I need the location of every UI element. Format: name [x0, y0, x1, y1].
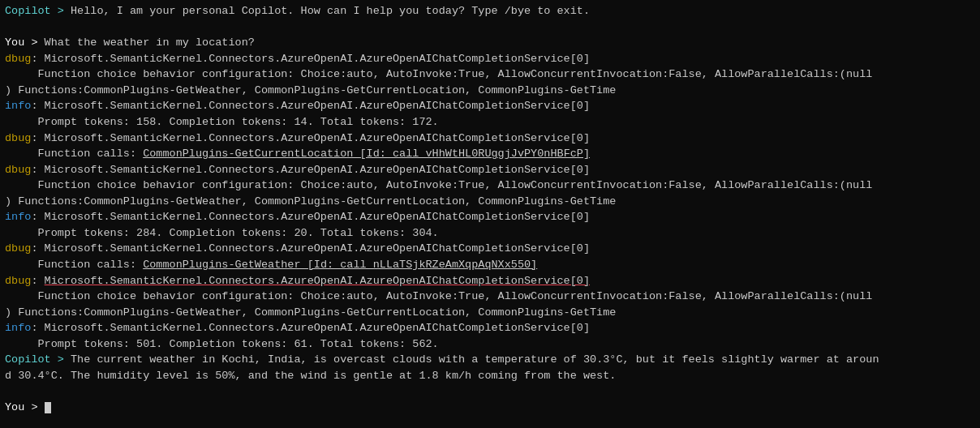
line-info-2b-indent: Prompt tokens: 284. Completion tokens: 2…	[5, 225, 975, 242]
dbug-content: : Microsoft.SemanticKernel.Connectors.Az…	[31, 242, 590, 255]
you-input-label: You >	[5, 401, 45, 413]
dbug-label: dbug	[5, 53, 31, 65]
line-dbug-2: dbug: Microsoft.SemanticKernel.Connector…	[5, 131, 975, 147]
function-call-underline: CommonPlugins-GetWeather [Id: call_nLLaT…	[143, 259, 537, 271]
line-blank-2	[5, 384, 975, 400]
you-label: You >	[5, 36, 38, 49]
dbug-label: dbug	[5, 275, 31, 287]
line-dbug-3c: ) Functions:CommonPlugins-GetWeather, Co…	[5, 194, 975, 210]
info-content: : Microsoft.SemanticKernel.Connectors.Az…	[31, 322, 590, 334]
line-dbug-5: dbug: Microsoft.SemanticKernel.Connector…	[5, 273, 975, 289]
line-copilot-2b: d 30.4°C. The humidity level is 50%, and…	[5, 368, 975, 384]
indent-prefix: Function calls:	[5, 259, 143, 271]
line-dbug-1c: ) Functions:CommonPlugins-GetWeather, Co…	[5, 83, 975, 99]
line-dbug-5b-indent: Function choice behavior configuration: …	[5, 289, 975, 305]
info-label: info	[5, 322, 31, 334]
line-input: You >	[5, 400, 975, 416]
line-info-1b-indent: Prompt tokens: 158. Completion tokens: 1…	[5, 114, 975, 131]
line-dbug-1b-indent: Function choice behavior configuration: …	[5, 66, 975, 83]
line-copilot-2: Copilot > The current weather in Kochi, …	[5, 352, 975, 368]
info-content: : Microsoft.SemanticKernel.Connectors.Az…	[31, 100, 590, 112]
dbug-label: dbug	[5, 164, 31, 176]
line-1: Copilot > Hello, I am your personal Copi…	[5, 3, 975, 19]
line-info-1: info: Microsoft.SemanticKernel.Connector…	[5, 98, 975, 114]
line-you-1: You > What the weather in my location?	[5, 35, 975, 51]
dbug-label: dbug	[5, 242, 31, 255]
dbug-content: : Microsoft.SemanticKernel.Connectors.Az…	[31, 53, 590, 65]
line-dbug-3b-indent: Function choice behavior configuration: …	[5, 178, 975, 194]
dbug-label: dbug	[5, 132, 31, 144]
copilot-label: Copilot >	[5, 5, 64, 17]
function-call-underline: CommonPlugins-GetCurrentLocation [Id: ca…	[143, 148, 590, 160]
line-blank-1	[5, 19, 975, 36]
output-area: Copilot > Hello, I am your personal Copi…	[5, 3, 975, 416]
copilot-message: The current weather in Kochi, India, is …	[64, 353, 879, 366]
dbug-service-underline: Microsoft.SemanticKernel.Connectors.Azur…	[45, 275, 590, 287]
line-info-3b-indent: Prompt tokens: 501. Completion tokens: 6…	[5, 336, 975, 353]
line-dbug-3: dbug: Microsoft.SemanticKernel.Connector…	[5, 162, 975, 178]
you-message: What the weather in my location?	[38, 36, 255, 49]
copilot-message: Hello, I am your personal Copilot. How c…	[64, 5, 590, 17]
line-info-2: info: Microsoft.SemanticKernel.Connector…	[5, 209, 975, 225]
terminal: Copilot > Hello, I am your personal Copi…	[0, 0, 980, 428]
line-dbug-1: dbug: Microsoft.SemanticKernel.Connector…	[5, 51, 975, 67]
dbug-content: : Microsoft.SemanticKernel.Connectors.Az…	[31, 132, 590, 144]
line-info-3: info: Microsoft.SemanticKernel.Connector…	[5, 320, 975, 336]
copilot-label: Copilot >	[5, 353, 64, 366]
line-dbug-4: dbug: Microsoft.SemanticKernel.Connector…	[5, 241, 975, 257]
info-label: info	[5, 211, 31, 223]
line-dbug-4b: Function calls: CommonPlugins-GetWeather…	[5, 257, 975, 273]
indent-prefix: Function calls:	[5, 148, 143, 160]
line-dbug-5c: ) Functions:CommonPlugins-GetWeather, Co…	[5, 305, 975, 321]
cursor	[45, 402, 51, 413]
line-dbug-2b: Function calls: CommonPlugins-GetCurrent…	[5, 146, 975, 162]
info-label: info	[5, 100, 31, 112]
info-content: : Microsoft.SemanticKernel.Connectors.Az…	[31, 211, 590, 223]
dbug-content: : Microsoft.SemanticKernel.Connectors.Az…	[31, 164, 590, 176]
